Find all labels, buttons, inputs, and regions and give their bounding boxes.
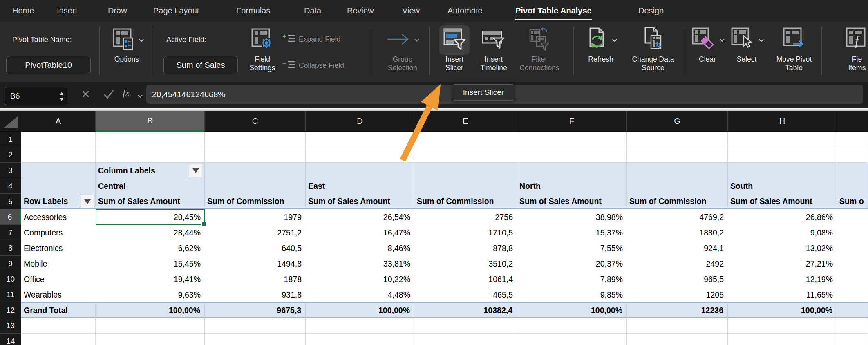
pivot-table-name-input[interactable]: PivotTable10: [6, 56, 91, 74]
cell-I2[interactable]: [837, 147, 868, 163]
row-header-9[interactable]: 9: [0, 256, 21, 271]
cell-D7[interactable]: 16,47%: [306, 225, 414, 240]
cell-H10[interactable]: 12,19%: [728, 271, 837, 287]
tab-review[interactable]: Review: [347, 6, 374, 16]
cell-H9[interactable]: 27,21%: [728, 256, 837, 271]
cell-H12[interactable]: 100,00%: [728, 302, 837, 318]
row-header-2[interactable]: 2: [0, 147, 21, 163]
column-header-G[interactable]: G: [627, 111, 728, 132]
cell-D1[interactable]: [306, 132, 414, 147]
cell-G7[interactable]: 1880,2: [627, 225, 728, 240]
cell-I6[interactable]: [837, 209, 868, 225]
cell-B6[interactable]: 20,45%: [96, 209, 205, 225]
cell-C8[interactable]: 640,5: [205, 240, 306, 256]
cell-A12[interactable]: Grand Total: [21, 302, 96, 318]
cell-C2[interactable]: [205, 147, 306, 163]
cell-G5[interactable]: Sum of Commission: [627, 194, 728, 209]
column-header-A[interactable]: A: [21, 111, 96, 132]
cell-F2[interactable]: [517, 147, 627, 163]
column-header-H[interactable]: H: [728, 111, 837, 132]
cell-C9[interactable]: 1494,8: [205, 256, 306, 271]
cell-B9[interactable]: 15,45%: [96, 256, 205, 271]
cell-A9[interactable]: Mobile: [21, 256, 96, 271]
cell-F4[interactable]: North: [517, 178, 627, 194]
cell-C11[interactable]: 931,8: [205, 287, 306, 302]
cell-E7[interactable]: 1710,5: [414, 225, 517, 240]
cell-H14[interactable]: [728, 334, 837, 345]
cell-D9[interactable]: 33,81%: [306, 256, 414, 271]
cell-G11[interactable]: 1205: [627, 287, 728, 302]
cell-B1[interactable]: [96, 132, 205, 147]
cell-G13[interactable]: [627, 318, 728, 334]
cell-E5[interactable]: Sum of Commission: [414, 194, 517, 209]
cell-I11[interactable]: [837, 287, 868, 302]
cell-B12[interactable]: 100,00%: [96, 302, 205, 318]
cell-D10[interactable]: 10,22%: [306, 271, 414, 287]
cell-B14[interactable]: [96, 334, 205, 345]
select-button[interactable]: Select: [728, 25, 765, 64]
cell-D12[interactable]: 100,00%: [306, 302, 414, 318]
cell-A4[interactable]: [21, 178, 96, 194]
cell-I1[interactable]: [837, 132, 868, 147]
cell-A1[interactable]: [21, 132, 96, 147]
cell-H5[interactable]: Sum of Sales Amount: [728, 194, 837, 209]
cell-F14[interactable]: [517, 334, 627, 345]
row-header-8[interactable]: 8: [0, 240, 21, 256]
cell-F7[interactable]: 15,37%: [517, 225, 627, 240]
cell-C1[interactable]: [205, 132, 306, 147]
cell-I13[interactable]: [837, 318, 868, 334]
row-header-1[interactable]: 1: [0, 132, 21, 147]
cell-C12[interactable]: 9675,3: [205, 302, 306, 318]
move-pivot-table-button[interactable]: Move Pivot Table: [770, 25, 818, 72]
tab-pivot-table-analyse[interactable]: Pivot Table Analyse: [515, 6, 592, 20]
cell-C5[interactable]: Sum of Commission: [205, 194, 306, 209]
cell-A8[interactable]: Electronics: [21, 240, 96, 256]
clear-button[interactable]: Clear: [690, 25, 725, 64]
cell-I9[interactable]: [837, 256, 868, 271]
cell-B4[interactable]: Central: [96, 178, 205, 194]
tab-formulas[interactable]: Formulas: [236, 6, 270, 16]
cell-D13[interactable]: [306, 318, 414, 334]
row-header-5[interactable]: 5: [0, 194, 21, 209]
cell-F3[interactable]: [517, 163, 627, 178]
row-header-10[interactable]: 10: [0, 271, 21, 287]
tab-insert[interactable]: Insert: [57, 6, 77, 16]
refresh-button[interactable]: Refresh: [580, 25, 621, 64]
cell-B8[interactable]: 6,62%: [96, 240, 205, 256]
cell-I8[interactable]: [837, 240, 868, 256]
cell-E4[interactable]: [414, 178, 517, 194]
cell-C3[interactable]: [205, 163, 306, 178]
cell-D11[interactable]: 4,48%: [306, 287, 414, 302]
cell-A14[interactable]: [21, 334, 96, 345]
cell-A13[interactable]: [21, 318, 96, 334]
cell-E12[interactable]: 10382,4: [414, 302, 517, 318]
cell-E2[interactable]: [414, 147, 517, 163]
cell-C6[interactable]: 1979: [205, 209, 306, 225]
cell-G2[interactable]: [627, 147, 728, 163]
tab-design[interactable]: Design: [638, 6, 664, 16]
cell-B10[interactable]: 19,41%: [96, 271, 205, 287]
options-button[interactable]: Options: [103, 25, 150, 64]
cell-E10[interactable]: 1061,4: [414, 271, 517, 287]
cell-E13[interactable]: [414, 318, 517, 334]
cell-E8[interactable]: 878,8: [414, 240, 517, 256]
cell-G1[interactable]: [627, 132, 728, 147]
cell-C4[interactable]: [205, 178, 306, 194]
row-header-12[interactable]: 12: [0, 302, 21, 318]
cell-D2[interactable]: [306, 147, 414, 163]
cell-I3[interactable]: [837, 163, 868, 178]
change-data-source-button[interactable]: Change Data Source: [624, 25, 682, 72]
cell-D14[interactable]: [306, 334, 414, 345]
cell-E14[interactable]: [414, 334, 517, 345]
column-header-E[interactable]: E: [414, 111, 517, 132]
cell-G6[interactable]: 4769,2: [627, 209, 728, 225]
cell-H4[interactable]: South: [728, 178, 837, 194]
cell-H8[interactable]: 13,02%: [728, 240, 837, 256]
column-header-F[interactable]: F: [517, 111, 627, 132]
row-header-3[interactable]: 3: [0, 163, 21, 178]
cell-G4[interactable]: [627, 178, 728, 194]
cell-H13[interactable]: [728, 318, 837, 334]
cell-I10[interactable]: [837, 271, 868, 287]
row-header-13[interactable]: 13: [0, 318, 21, 334]
cell-H6[interactable]: 26,86%: [728, 209, 837, 225]
